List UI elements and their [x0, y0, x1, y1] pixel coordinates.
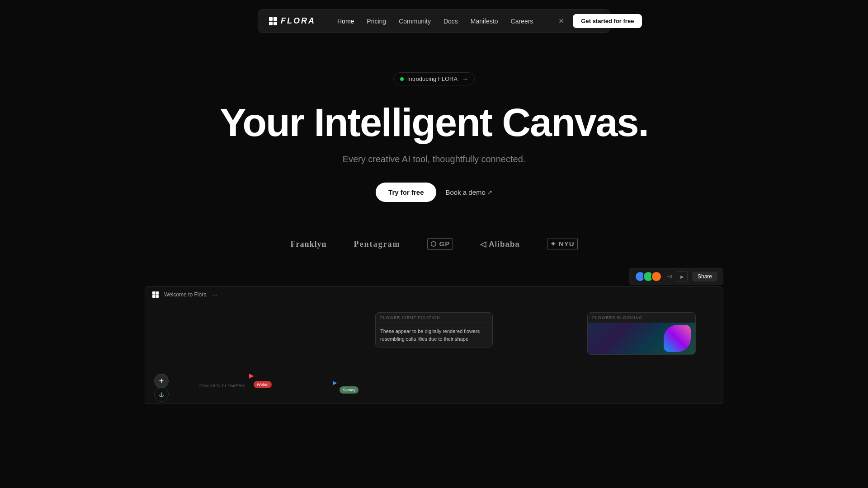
flower-id-header: FLOWER IDENTIFICATION [376, 313, 492, 323]
nav-docs[interactable]: Docs [443, 18, 458, 25]
app-logo-small [152, 291, 159, 298]
arrow-icon: → [462, 75, 468, 82]
logo-text: FLORA [281, 16, 316, 26]
hero-title: Your Intelligent Canvas. [220, 102, 648, 143]
intro-badge[interactable]: Introducing FLORA → [393, 72, 475, 85]
canvas-tool-button[interactable]: ⚓ [154, 387, 169, 402]
partner-logos: Franklyn Pentagram ⬡ GP ◁ Alibaba ✦ NYU [290, 238, 577, 250]
hero-section: Introducing FLORA → Your Intelligent Can… [0, 0, 868, 286]
green-dot-icon [400, 77, 404, 81]
nav-right: ✕ Get started for free [555, 14, 642, 28]
play-button[interactable]: ▶ [677, 271, 688, 282]
hero-subtitle: Every creative AI tool, thoughtfully con… [343, 154, 526, 164]
samay-badge: Samay [340, 386, 359, 394]
nav-pricing[interactable]: Pricing [367, 18, 386, 25]
external-link-icon: ↗ [487, 189, 492, 196]
main-content: Introducing FLORA → Your Intelligent Can… [0, 0, 868, 404]
intro-badge-text: Introducing FLORA [407, 75, 458, 82]
share-button[interactable]: Share [692, 272, 717, 282]
nav-links: Home Pricing Community Docs Manifesto Ca… [337, 18, 533, 25]
close-icon[interactable]: ✕ [555, 15, 567, 28]
logo-nyu: ✦ NYU [547, 239, 578, 249]
nav-manifesto[interactable]: Manifesto [471, 18, 498, 25]
oskar-flowers-label: OSKAR'S FLOWERS [199, 384, 245, 388]
collab-avatars [635, 271, 662, 282]
weber-badge: Weber [254, 381, 272, 388]
try-free-button[interactable]: Try for free [376, 183, 436, 202]
app-window-title: Welcome to Flora [164, 291, 207, 298]
flowers-blooming-card: FLOWERS BLOOMING [587, 312, 696, 355]
logo-icon [269, 17, 277, 25]
logo-pentagram: Pentagram [354, 239, 400, 249]
book-demo-text: Book a demo [445, 188, 485, 196]
logo-gp: ⬡ GP [427, 238, 453, 250]
app-preview-section: +4 ▶ Share Welcome to Flora ··· + ⚓ [0, 286, 868, 404]
collab-panel: +4 ▶ Share [629, 268, 723, 285]
app-preview-container: +4 ▶ Share Welcome to Flora ··· + ⚓ [145, 286, 723, 404]
flowers-blooming-header: FLOWERS BLOOMING [588, 313, 695, 323]
logo-franklyn: Franklyn [290, 239, 326, 249]
app-window: Welcome to Flora ··· + ⚓ OSKAR'S FLOWERS… [145, 286, 723, 404]
flower-id-card: FLOWER IDENTIFICATION These appear to be… [375, 312, 493, 347]
logo-alibaba: ◁ Alibaba [480, 239, 520, 249]
app-toolbar: Welcome to Flora ··· [145, 286, 723, 303]
flowers-blooming-image [588, 323, 695, 354]
nav-community[interactable]: Community [399, 18, 431, 25]
navbar: FLORA Home Pricing Community Docs Manife… [258, 9, 610, 33]
menu-dots-icon[interactable]: ··· [212, 291, 217, 298]
cursor-blue-icon: ▶ [333, 380, 337, 386]
book-demo-link[interactable]: Book a demo ↗ [445, 188, 492, 196]
hero-actions: Try for free Book a demo ↗ [376, 183, 492, 202]
canvas-add-button[interactable]: + [154, 374, 169, 388]
avatar-3 [651, 271, 662, 282]
app-canvas-area[interactable]: + ⚓ OSKAR'S FLOWERS ▶ Weber FLOWER IDENT… [145, 303, 723, 402]
collab-count: +4 [666, 274, 672, 279]
get-started-button[interactable]: Get started for free [573, 14, 642, 28]
flower-id-body: These appear to be digitally rendered fl… [376, 323, 492, 347]
nav-home[interactable]: Home [337, 18, 354, 25]
flower-shape-visual [664, 325, 691, 352]
nav-careers[interactable]: Careers [511, 18, 533, 25]
logo-link[interactable]: FLORA [269, 16, 316, 26]
cursor-arrow-icon: ▶ [249, 372, 254, 379]
